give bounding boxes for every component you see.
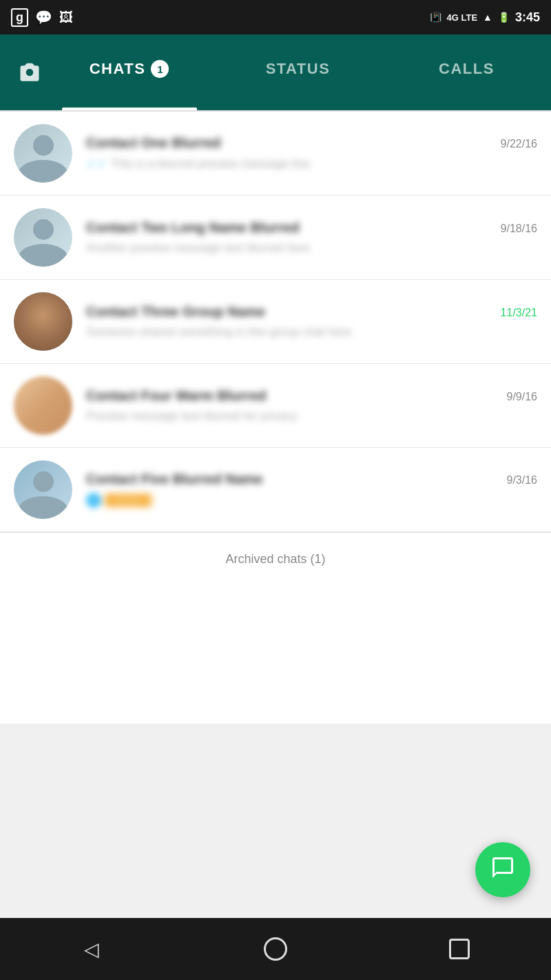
chat-header-row-2: Contact Two Long Name Blurred 9/18/16 <box>86 220 537 236</box>
tab-active-indicator <box>62 108 197 110</box>
tab-chats[interactable]: CHATS 1 <box>45 34 214 110</box>
tab-calls[interactable]: CALLS <box>382 34 551 110</box>
tab-chats-badge: 1 <box>151 60 169 78</box>
bottom-nav-bar: ◁ <box>0 918 551 980</box>
chat-content-2: Contact Two Long Name Blurred 9/18/16 An… <box>86 220 537 255</box>
preview-text-4: Preview message text blurred for privacy <box>86 409 298 423</box>
home-icon <box>264 937 287 961</box>
signal-icon: ▲ <box>483 12 492 23</box>
chat-preview-2: Another preview message text blurred her… <box>86 241 537 255</box>
clock: 3:45 <box>515 10 540 25</box>
orange-tag-5: sticker <box>105 493 151 508</box>
chat-preview-4: Preview message text blurred for privacy <box>86 409 537 423</box>
whatsapp-status-icon: 💬 <box>35 9 52 25</box>
chat-item-4[interactable]: Contact Four Warm Blurred 9/9/16 Preview… <box>0 364 551 448</box>
archived-chats-label: Archived chats (1) <box>225 552 325 566</box>
battery-icon: 🔋 <box>498 12 510 23</box>
chat-header-row-3: Contact Three Group Name 11/3/21 <box>86 304 537 320</box>
camera-button[interactable] <box>14 57 45 88</box>
chat-content-5: Contact Five Blurred Name 9/3/16 sticker <box>86 471 537 508</box>
new-chat-fab-icon <box>490 855 515 885</box>
chat-header-row-5: Contact Five Blurred Name 9/3/16 <box>86 471 537 487</box>
chat-header-row-1: Contact One Blurred 9/22/16 <box>86 135 537 151</box>
recent-button[interactable] <box>432 921 487 977</box>
g-app-icon: g <box>11 8 28 27</box>
chat-content-1: Contact One Blurred 9/22/16 ✓✓ This is a… <box>86 135 537 172</box>
tab-status[interactable]: STATUS <box>214 34 382 110</box>
new-chat-fab[interactable] <box>475 842 530 897</box>
camera-icon <box>17 60 42 85</box>
avatar-1 <box>14 124 72 183</box>
chat-header-row-4: Contact Four Warm Blurred 9/9/16 <box>86 388 537 404</box>
vibrate-icon: 📳 <box>430 12 441 23</box>
chat-list: Contact One Blurred 9/22/16 ✓✓ This is a… <box>0 112 551 532</box>
preview-text-3: Someone shared something in this group c… <box>86 325 352 339</box>
chat-content-3: Contact Three Group Name 11/3/21 Someone… <box>86 304 537 339</box>
chat-preview-5: sticker <box>86 493 537 508</box>
preview-text-2: Another preview message text blurred her… <box>86 241 310 255</box>
back-button[interactable]: ◁ <box>64 921 119 977</box>
avatar-face-3 <box>14 292 72 351</box>
avatar-3 <box>14 292 72 351</box>
chat-time-1: 9/22/16 <box>501 138 537 150</box>
chat-content-4: Contact Four Warm Blurred 9/9/16 Preview… <box>86 388 537 423</box>
archived-chats-section[interactable]: Archived chats (1) <box>0 532 551 586</box>
chat-preview-3: Someone shared something in this group c… <box>86 325 537 339</box>
chat-item-3[interactable]: Contact Three Group Name 11/3/21 Someone… <box>0 280 551 364</box>
preview-text-1: This is a blurred preview message line <box>111 157 310 171</box>
status-bar-right-icons: 📳 4G LTE ▲ 🔋 3:45 <box>430 10 540 25</box>
chat-time-4: 9/9/16 <box>507 391 537 403</box>
tab-chats-label: CHATS <box>90 60 146 78</box>
chat-name-2: Contact Two Long Name Blurred <box>86 220 300 236</box>
chat-name-1: Contact One Blurred <box>86 135 221 151</box>
home-button[interactable] <box>248 921 303 977</box>
recent-icon <box>449 939 470 959</box>
avatar-2 <box>14 208 72 267</box>
chat-name-4: Contact Four Warm Blurred <box>86 388 267 404</box>
tab-calls-label: CALLS <box>439 60 495 78</box>
chat-name-3: Contact Three Group Name <box>86 304 265 320</box>
chat-item-2[interactable]: Contact Two Long Name Blurred 9/18/16 An… <box>0 196 551 280</box>
app-header: CHATS 1 STATUS CALLS <box>0 34 551 110</box>
gallery-status-icon: 🖼 <box>59 10 73 25</box>
avatar-5 <box>14 460 72 519</box>
chat-item-5[interactable]: Contact Five Blurred Name 9/3/16 sticker <box>0 448 551 532</box>
tab-bar: CHATS 1 STATUS CALLS <box>45 34 551 110</box>
tab-status-label: STATUS <box>266 60 331 78</box>
blue-tag-icon-5 <box>86 493 101 508</box>
avatar-4 <box>14 376 72 435</box>
double-tick-icon-1: ✓✓ <box>86 156 107 172</box>
chat-time-5: 9/3/16 <box>507 474 537 487</box>
chat-time-3: 11/3/21 <box>501 307 537 319</box>
chat-time-2: 9/18/16 <box>501 223 537 235</box>
chat-preview-1: ✓✓ This is a blurred preview message lin… <box>86 156 537 172</box>
chat-name-5: Contact Five Blurred Name <box>86 471 263 487</box>
status-bar: g 💬 🖼 📳 4G LTE ▲ 🔋 3:45 <box>0 0 551 34</box>
status-bar-left-icons: g 💬 🖼 <box>11 8 73 27</box>
empty-space <box>0 586 551 724</box>
bottom-spacer <box>0 724 551 786</box>
network-icon: 4G LTE <box>447 12 478 23</box>
chat-item-1[interactable]: Contact One Blurred 9/22/16 ✓✓ This is a… <box>0 112 551 196</box>
back-icon: ◁ <box>84 938 99 961</box>
